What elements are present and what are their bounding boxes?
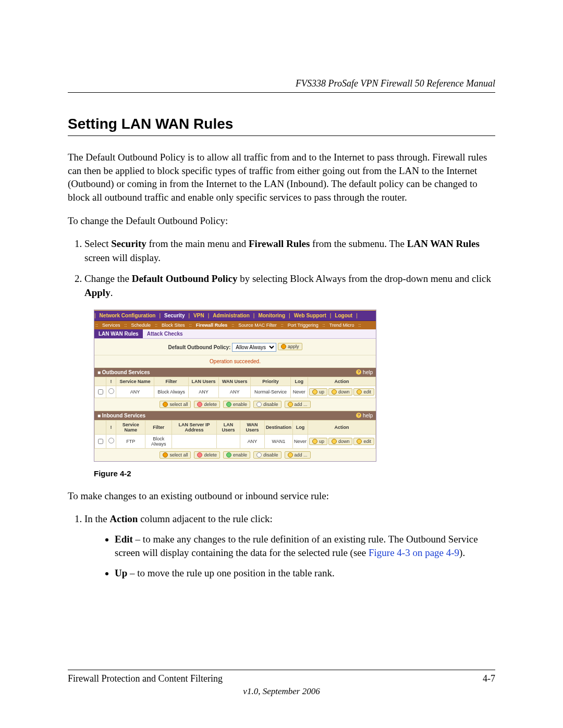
delete-icon xyxy=(197,452,202,458)
up-icon xyxy=(312,389,317,394)
nav-web-support[interactable]: Web Support xyxy=(290,311,330,320)
outbound-button-row: select all delete enable disable add ... xyxy=(94,398,376,411)
delete-button[interactable]: delete xyxy=(194,451,220,459)
row-status-icon xyxy=(108,438,114,443)
nav-administration[interactable]: Administration xyxy=(209,311,253,320)
footer-page-number: 4-7 xyxy=(483,673,495,684)
apply-button[interactable]: apply xyxy=(278,343,302,350)
row-checkbox[interactable] xyxy=(98,389,103,394)
add-button[interactable]: add ... xyxy=(285,451,311,459)
inbound-table: ! Service Name Filter LAN Server IP Addr… xyxy=(94,420,376,449)
down-icon xyxy=(332,439,337,444)
add-button[interactable]: add ... xyxy=(285,401,311,408)
help-link-inbound[interactable]: ?help xyxy=(356,413,373,418)
row-status-icon xyxy=(108,388,114,394)
subnav-firewall-rules[interactable]: Firewall Rules xyxy=(193,321,231,329)
nav-monitoring[interactable]: Monitoring xyxy=(254,311,289,320)
para-changes: To make changes to an existing outbound … xyxy=(68,489,495,503)
nav-vpn[interactable]: VPN xyxy=(190,311,208,320)
down-icon xyxy=(332,389,337,394)
edit-button[interactable]: edit xyxy=(353,438,374,445)
figure-4-2: | Network Configuration| Security| VPN| … xyxy=(94,310,495,462)
disable-button[interactable]: disable xyxy=(253,451,282,459)
link-figure-4-3[interactable]: Figure 4-3 on page 4-9 xyxy=(369,547,459,558)
sub-nav: ::Services ::Schedule ::Block Sites ::Fi… xyxy=(94,321,376,329)
subnav-services[interactable]: Services xyxy=(99,321,124,329)
outbound-table: ! Service Name Filter LAN Users WAN User… xyxy=(94,377,376,398)
edit-icon xyxy=(357,439,362,444)
nav-network-configuration[interactable]: Network Configuration xyxy=(96,311,160,320)
help-link-outbound[interactable]: ?help xyxy=(356,369,373,375)
step-action-column: In the Action column adjacent to the rul… xyxy=(84,512,495,580)
help-icon: ? xyxy=(356,413,361,418)
nav-security[interactable]: Security xyxy=(161,311,188,320)
nav-logout[interactable]: Logout xyxy=(331,311,356,320)
step-2: Change the Default Outbound Policy by se… xyxy=(84,272,495,300)
edit-button[interactable]: edit xyxy=(353,388,374,396)
default-outbound-policy-row: Default Outbound Policy: Allow Always ap… xyxy=(94,339,376,355)
main-nav: | Network Configuration| Security| VPN| … xyxy=(94,310,376,321)
status-message: Operation succeeded. xyxy=(94,355,376,368)
select-all-icon xyxy=(163,452,168,458)
add-icon xyxy=(288,402,293,407)
down-button[interactable]: down xyxy=(328,438,353,445)
select-all-icon xyxy=(163,402,168,407)
select-all-button[interactable]: select all xyxy=(160,401,191,408)
select-all-button[interactable]: select all xyxy=(160,451,191,459)
outbound-header: ■ Outbound Services ?help xyxy=(94,368,376,377)
inbound-header: ■ Inbound Services ?help xyxy=(94,411,376,420)
outbound-row: ANY Block Always ANY ANY Normal-Service … xyxy=(95,386,376,398)
footer-version: v1.0, September 2006 xyxy=(68,686,495,697)
delete-icon xyxy=(197,402,202,407)
page-footer: Firewall Protection and Content Filterin… xyxy=(68,670,495,697)
inbound-row: FTP Block Always ANY WAN1 Never up down … xyxy=(95,434,376,448)
inbound-button-row: select all delete enable disable add ... xyxy=(94,449,376,461)
add-icon xyxy=(288,452,293,458)
tab-attack-checks[interactable]: Attack Checks xyxy=(143,329,187,338)
enable-button[interactable]: enable xyxy=(223,451,250,459)
row-checkbox[interactable] xyxy=(98,439,103,444)
check-icon xyxy=(281,344,286,349)
up-icon xyxy=(312,439,317,444)
enable-icon xyxy=(226,402,231,407)
figure-caption: Figure 4-2 xyxy=(94,469,495,478)
footer-chapter: Firewall Protection and Content Filterin… xyxy=(68,673,223,684)
down-button[interactable]: down xyxy=(328,388,353,396)
subnav-port-triggering[interactable]: Port Triggering xyxy=(285,321,322,329)
intro-paragraph: The Default Outbound Policy is to allow … xyxy=(68,151,495,204)
tab-lan-wan-rules[interactable]: LAN WAN Rules xyxy=(94,329,143,338)
delete-button[interactable]: delete xyxy=(194,401,220,408)
section-title: Setting LAN WAN Rules xyxy=(68,116,495,136)
disable-icon xyxy=(256,402,262,407)
lead-paragraph: To change the Default Outbound Policy: xyxy=(68,214,495,228)
policy-select[interactable]: Allow Always xyxy=(232,343,276,352)
up-button[interactable]: up xyxy=(309,438,327,445)
edit-icon xyxy=(357,389,362,394)
policy-label: Default Outbound Policy: xyxy=(168,344,230,350)
disable-icon xyxy=(256,452,262,458)
enable-button[interactable]: enable xyxy=(223,401,250,408)
bullet-edit: Edit – to make any changes to the rule d… xyxy=(115,533,495,560)
up-button[interactable]: up xyxy=(309,388,327,396)
help-icon: ? xyxy=(356,369,361,375)
enable-icon xyxy=(226,452,231,458)
subnav-schedule[interactable]: Schedule xyxy=(128,321,154,329)
step-1: Select Security from the main menu and F… xyxy=(84,237,495,265)
disable-button[interactable]: disable xyxy=(253,401,282,408)
subnav-source-mac-filter[interactable]: Source MAC Filter xyxy=(235,321,280,329)
subnav-trend-micro[interactable]: Trend Micro xyxy=(326,321,358,329)
bullet-up: Up – to move the rule up one position in… xyxy=(115,566,495,581)
subnav-block-sites[interactable]: Block Sites xyxy=(158,321,188,329)
page-header: FVS338 ProSafe VPN Firewall 50 Reference… xyxy=(68,78,495,93)
